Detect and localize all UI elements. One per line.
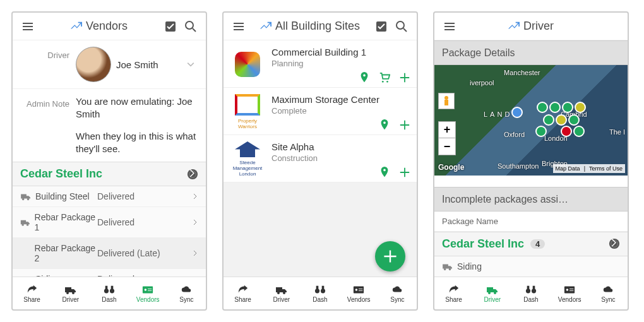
- tab-dash[interactable]: Dash: [511, 277, 550, 309]
- svg-rect-18: [444, 100, 448, 105]
- vendor-group-header[interactable]: Cedar Steel Inc 4: [434, 232, 628, 256]
- select-mode-icon[interactable]: [160, 16, 181, 37]
- page-title: All Building Sites: [249, 20, 371, 33]
- google-logo: Google: [438, 163, 464, 172]
- zoom-in[interactable]: +: [439, 122, 455, 138]
- map-marker[interactable]: [549, 102, 561, 113]
- tab-driver[interactable]: Driver: [51, 277, 90, 309]
- admin-note-line-2: When they log in this is what they'll se…: [76, 130, 198, 156]
- map-marker[interactable]: [535, 126, 547, 137]
- package-row[interactable]: Rebar Package 2 Delivered (Late): [13, 238, 206, 269]
- tab-sync[interactable]: Sync: [589, 277, 628, 309]
- select-mode-icon[interactable]: [371, 16, 391, 37]
- tab-sync[interactable]: Sync: [167, 277, 206, 309]
- trend-icon: [508, 21, 520, 32]
- tab-share[interactable]: Share: [434, 277, 473, 309]
- tab-driver[interactable]: Driver: [262, 277, 301, 309]
- map-marker[interactable]: [562, 102, 573, 113]
- map-label: The I: [609, 128, 625, 136]
- count-badge: 4: [530, 239, 545, 249]
- menu-icon[interactable]: [229, 16, 249, 37]
- page-title: Vendors: [38, 20, 160, 33]
- package-row[interactable]: Building Steel Delivered: [13, 186, 206, 207]
- topbar: Vendors: [13, 13, 206, 40]
- plus-icon[interactable]: [399, 167, 410, 178]
- map-marker[interactable]: [537, 102, 548, 113]
- topbar: Driver: [434, 13, 628, 40]
- site-row[interactable]: Commercial Building 1 Planning: [224, 40, 417, 88]
- bottom-nav: Share Driver Dash Vendors Sync: [224, 277, 417, 309]
- tab-vendors[interactable]: Vendors: [340, 277, 378, 309]
- package-row[interactable]: Siding: [434, 256, 628, 277]
- menu-icon[interactable]: [439, 16, 460, 37]
- tab-vendors[interactable]: Vendors: [129, 277, 167, 309]
- truck-icon: [442, 262, 453, 271]
- trend-icon: [71, 21, 82, 32]
- disclosure-icon: [187, 169, 198, 180]
- site-row[interactable]: Steede Management London Site Alpha Cons…: [224, 135, 417, 182]
- package-row[interactable]: Siding Delivered: [13, 269, 206, 277]
- site-logo: [230, 47, 265, 82]
- pin-icon[interactable]: [379, 167, 390, 178]
- vendor-name: Cedar Steel Inc: [442, 237, 524, 251]
- map-label: iverpool: [470, 79, 494, 86]
- map-marker[interactable]: [561, 126, 572, 137]
- section-incomplete: Incomplete packages assi…: [434, 187, 628, 212]
- tab-share[interactable]: Share: [13, 277, 51, 309]
- tab-sync[interactable]: Sync: [378, 277, 417, 309]
- zoom-out[interactable]: −: [439, 138, 455, 155]
- tab-vendors[interactable]: Vendors: [551, 277, 589, 309]
- site-logo: Steede Management London: [230, 141, 265, 177]
- site-logo: Property Warriors: [230, 94, 265, 129]
- plus-icon[interactable]: [399, 72, 410, 83]
- tab-driver[interactable]: Driver: [473, 277, 511, 309]
- site-row[interactable]: Property Warriors Maximum Storage Center…: [224, 88, 417, 135]
- chevron-right-icon: [192, 217, 198, 227]
- bottom-nav: Share Driver Dash Vendors Sync: [13, 277, 206, 309]
- search-icon[interactable]: [391, 16, 412, 37]
- screen-sites: All Building Sites Commercial Building 1…: [222, 11, 418, 311]
- menu-icon[interactable]: [18, 16, 38, 37]
- truck-icon: [20, 218, 31, 227]
- tab-dash[interactable]: Dash: [301, 277, 339, 309]
- screen-vendors: Vendors Driver Joe Smith Admin Note You …: [11, 11, 207, 311]
- chevron-down-icon: [186, 59, 196, 71]
- topbar: All Building Sites: [224, 13, 417, 40]
- svg-point-17: [444, 96, 448, 100]
- cart-icon[interactable]: [379, 72, 390, 83]
- driver-name: Joe Smith: [116, 59, 158, 70]
- driver-row[interactable]: Driver Joe Smith: [13, 40, 206, 89]
- tab-share[interactable]: Share: [224, 277, 262, 309]
- plus-icon[interactable]: [399, 119, 410, 131]
- map-marker[interactable]: [556, 114, 567, 126]
- map-marker[interactable]: [575, 102, 586, 113]
- disclosure-icon: [609, 238, 620, 249]
- trend-icon: [260, 21, 271, 32]
- vendor-name: Cedar Steel Inc: [20, 167, 102, 181]
- map[interactable]: + − Manchester iverpool LAND Cambrid Oxf…: [434, 65, 628, 176]
- map-marker[interactable]: [573, 126, 585, 137]
- admin-note-label: Admin Note: [20, 95, 76, 109]
- map-marker[interactable]: [511, 107, 523, 118]
- pin-icon[interactable]: [359, 72, 370, 83]
- tab-dash[interactable]: Dash: [90, 277, 128, 309]
- chevron-right-icon: [192, 248, 198, 258]
- zoom-controls: + −: [438, 121, 456, 155]
- map-attribution[interactable]: Map Data|Terms of Use: [553, 164, 625, 173]
- admin-note-line-1: You are now emulating: Joe Smith: [76, 95, 198, 121]
- vendor-group-header[interactable]: Cedar Steel Inc: [13, 162, 206, 186]
- package-row[interactable]: Rebar Package 1 Delivered: [13, 207, 206, 238]
- map-marker[interactable]: [543, 114, 554, 126]
- screen-driver: Driver Package Details + − Manchester iv…: [433, 11, 629, 311]
- driver-avatar: [76, 47, 111, 82]
- search-icon[interactable]: [181, 16, 201, 37]
- section-package-details: Package Details: [434, 40, 628, 65]
- pin-icon[interactable]: [379, 119, 390, 131]
- map-label: Southampton: [498, 162, 539, 170]
- map-label: Oxford: [504, 131, 525, 138]
- map-label: LAND: [484, 110, 512, 118]
- map-marker[interactable]: [568, 114, 580, 126]
- pegman-icon[interactable]: [438, 93, 455, 109]
- fab-add[interactable]: [375, 241, 405, 271]
- page-title: Driver: [460, 20, 602, 33]
